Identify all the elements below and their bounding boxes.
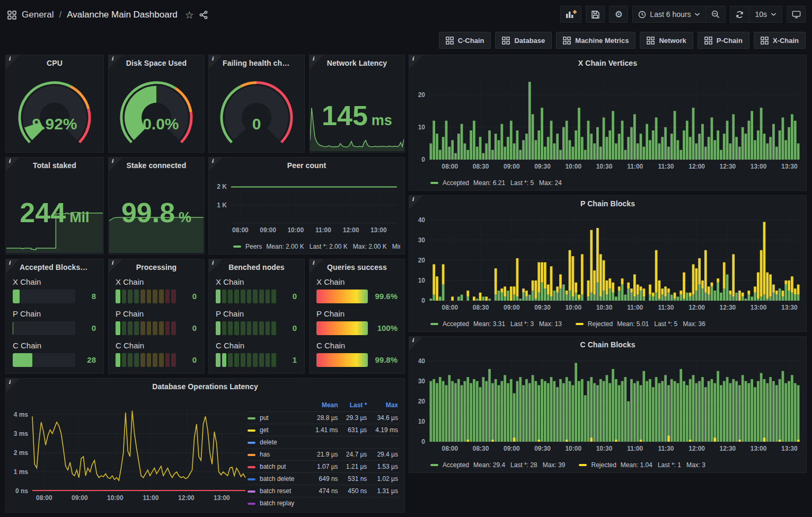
refresh-button[interactable]: [730, 6, 749, 22]
legend-item-accepted[interactable]: Accepted Mean: 6.21 Last *: 5 Max: 24: [430, 179, 562, 187]
panel-info-icon[interactable]: i: [310, 55, 323, 69]
panel-info-icon[interactable]: i: [6, 379, 20, 392]
panel-title[interactable]: P Chain Blocks: [423, 199, 792, 208]
panel-title[interactable]: Database Operations Latency: [20, 382, 391, 391]
panel-title[interactable]: Total staked: [20, 161, 90, 170]
legend-item-rejected[interactable]: Rejected Mean: 5.01 Last *: 5 Max: 36: [576, 320, 705, 328]
chain-label: P Chain: [316, 309, 398, 320]
dashboard-settings-button[interactable]: ⚙: [609, 6, 628, 23]
legend-row-batch-reset[interactable]: batch reset 474 ns 450 ns 1.31 µs: [246, 485, 399, 497]
panel-title[interactable]: C Chain Blocks: [423, 340, 792, 349]
refresh-interval-label: 10s: [755, 10, 767, 19]
legend-row-batch-delete[interactable]: batch delete 649 ns 531 ns 1.02 µs: [246, 473, 399, 485]
col-max[interactable]: Max: [368, 400, 399, 412]
pchain-chart[interactable]: 08:0008:3009:0009:3010:0010:3011:0011:30…: [411, 211, 803, 316]
breadcrumb-separator: /: [59, 10, 61, 20]
panel-info-icon[interactable]: i: [109, 157, 122, 171]
panel-title[interactable]: Network Latency: [323, 59, 391, 67]
legend-item-accepted[interactable]: Accepted Mean: 29.4 Last *: 28 Max: 39: [430, 461, 565, 469]
legend-item-rejected[interactable]: Rejected Mean: 1.04 Last *: 1 Max: 3: [579, 461, 705, 469]
dashboard-title[interactable]: Avalanche Main Dashboard: [67, 10, 178, 20]
panel-db: i Database Operations Latency08:0009:001…: [5, 378, 405, 513]
breadcrumb-section[interactable]: General: [22, 10, 54, 20]
legend-swatch: [248, 466, 255, 468]
svg-text:11:00: 11:00: [315, 226, 331, 234]
dashboard-links: C-ChainDatabaseMachine MetricsNetworkP-C…: [439, 32, 806, 49]
panel-info-icon[interactable]: i: [209, 55, 223, 69]
legend-row-get[interactable]: get 1.41 ms 631 µs 4.19 ms: [246, 424, 399, 436]
add-panel-button[interactable]: [560, 6, 581, 23]
share-icon[interactable]: [199, 11, 208, 19]
star-icon[interactable]: ☆: [185, 9, 194, 21]
panel-cpu: i CPU9.92%: [5, 55, 104, 153]
legend-item-peers[interactable]: Peers Mean: 2.00 K Last *: 2.00 K Max: 2…: [233, 243, 400, 250]
svg-text:11:00: 11:00: [143, 494, 158, 502]
panel-title[interactable]: CPU: [20, 59, 90, 67]
gauge-chart[interactable]: [6, 69, 103, 150]
dashboard-link-p-chain[interactable]: P-Chain: [698, 32, 749, 49]
panel-info-icon[interactable]: i: [409, 196, 423, 209]
panel-title[interactable]: Disk Space Used: [122, 59, 190, 67]
dashboard-link-database[interactable]: Database: [495, 32, 552, 49]
legend-max: 4.19 ms: [368, 424, 399, 436]
svg-text:08:00: 08:00: [442, 163, 458, 170]
col-last[interactable]: Last *: [339, 400, 368, 412]
panel-info-icon[interactable]: i: [409, 55, 423, 69]
legend-row-batch-put[interactable]: batch put 1.07 µs 1.21 µs 1.53 µs: [246, 461, 399, 473]
panel-health: i Failing health checks0: [208, 55, 305, 153]
panel-title[interactable]: X Chain Vertices: [423, 59, 792, 67]
dashboard-link-network[interactable]: Network: [640, 32, 693, 49]
panel-title[interactable]: Failing health checks: [223, 59, 290, 67]
panel-info-icon[interactable]: i: [6, 55, 20, 69]
legend: Accepted Mean: 29.4 Last *: 28 Max: 39 R…: [430, 461, 802, 469]
legend-swatch: [248, 454, 255, 456]
refresh-interval-picker[interactable]: 10s: [749, 6, 782, 22]
panel-title[interactable]: Benched nodes: [223, 263, 290, 271]
legend-row-put[interactable]: put 28.8 µs 29.3 µs 34.6 µs: [246, 412, 399, 424]
panel-info-icon[interactable]: i: [409, 337, 423, 350]
panel-title[interactable]: Processing: [122, 263, 190, 271]
legend-row-has[interactable]: has 21.9 µs 24.7 µs 29.4 µs: [246, 449, 399, 461]
legend-row-batch-replay[interactable]: batch replay: [246, 497, 399, 510]
chain-row-c-chain: C Chain 28: [13, 341, 96, 369]
panel-info-icon[interactable]: i: [310, 259, 323, 273]
chain-row-x-chain: X Chain 99.6%: [316, 277, 398, 305]
panel-info-icon[interactable]: i: [6, 259, 20, 273]
panel-title[interactable]: Accepted Blocks/Ve...: [20, 263, 90, 271]
panel-info-icon[interactable]: i: [209, 259, 223, 273]
stat-unit: ms: [372, 112, 392, 129]
legend-name: Accepted: [443, 320, 469, 328]
dashboard-link-x-chain[interactable]: X-Chain: [754, 32, 806, 49]
panel-title[interactable]: Queries success: [323, 263, 391, 271]
gradient-gauge: [316, 321, 368, 335]
panel-title[interactable]: Stake connected: [122, 161, 190, 170]
col-mean[interactable]: Mean: [308, 400, 339, 412]
legend-item-accepted[interactable]: Accepted Mean: 3.31 Last *: 3 Max: 13: [430, 320, 562, 328]
peers-chart[interactable]: 08:0009:0010:0011:0012:0013:002 K1 K: [211, 173, 401, 238]
legend-swatch: [576, 323, 584, 325]
panel-info-icon[interactable]: i: [109, 259, 122, 273]
time-range-picker[interactable]: Last 6 hours: [633, 6, 705, 22]
db-chart[interactable]: 08:0009:0010:0011:0012:0013:004 ms3 ms2 …: [8, 396, 248, 509]
legend-row-delete[interactable]: delete: [246, 436, 399, 449]
chain-value: 0: [192, 353, 197, 367]
dashboard-link-c-chain[interactable]: C-Chain: [439, 32, 491, 49]
refresh-group: 10s: [730, 6, 782, 23]
panel-title[interactable]: Peer count: [223, 161, 391, 170]
apps-grid-icon[interactable]: [7, 11, 16, 20]
zoom-out-button[interactable]: [705, 6, 725, 22]
xchain-chart[interactable]: 08:0008:3009:0009:3010:0010:3011:0011:30…: [411, 70, 803, 174]
cchain-chart[interactable]: 08:0008:3009:0009:3010:0010:3011:0011:30…: [411, 352, 803, 457]
svg-text:1 K: 1 K: [217, 201, 227, 209]
dashboard-link-machine-metrics[interactable]: Machine Metrics: [556, 32, 636, 49]
svg-text:1 ms: 1 ms: [14, 468, 29, 476]
save-dashboard-button[interactable]: [586, 6, 605, 23]
gauge-chart[interactable]: [109, 69, 204, 150]
tv-mode-button[interactable]: [787, 6, 806, 23]
panel-info-icon[interactable]: i: [6, 157, 20, 171]
panel-info-icon[interactable]: i: [209, 157, 223, 171]
gauge-chart[interactable]: [209, 69, 304, 150]
panel-info-icon[interactable]: i: [109, 55, 122, 69]
chevron-down-icon: [771, 12, 776, 16]
legend-name: Rejected: [588, 320, 613, 328]
